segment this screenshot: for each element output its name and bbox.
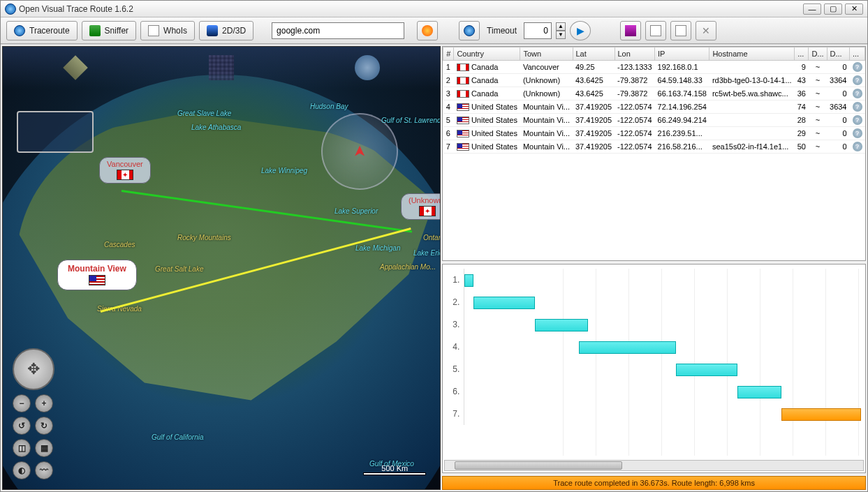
globe-icon [14,25,25,36]
col-hostname[interactable]: Hostname [709,47,795,61]
spinner-up-icon[interactable]: ▲ [556,22,566,31]
geo-label: Ontario [423,234,441,241]
chart-row: 3. [447,313,861,336]
sniffer-icon [89,25,101,36]
chart-bar [781,408,861,421]
latency-chart: 1.2.3.4.5.6.7. [442,264,866,473]
col-lat[interactable]: Lat [573,47,615,61]
play-icon: ▶ [577,25,584,36]
table-row[interactable]: 5United StatesMountain Vi...37.419205-12… [443,114,865,127]
hop-label-unknown: (Unknown) [401,193,441,220]
table-row[interactable]: 1CanadaVancouver49.25-123.1333192.168.0.… [443,61,865,74]
scale-label: 500 Km [381,464,408,472]
help-icon[interactable]: ? [853,115,862,125]
help-icon[interactable]: ? [853,128,862,138]
grid-icon[interactable] [209,55,234,80]
help-icon[interactable]: ? [853,62,862,72]
help-icon[interactable]: ? [853,89,862,98]
chart-bar [464,274,473,287]
close-button[interactable]: ✕ [845,3,863,15]
zoom-in-button[interactable]: + [35,394,53,412]
col-dots[interactable]: ... [795,47,809,61]
help-icon[interactable]: ? [853,102,862,112]
col-q[interactable]: ... [850,47,865,61]
us-flag-icon [457,143,469,151]
chart-bar [737,386,781,398]
tool-button-1[interactable] [620,21,641,40]
minimap[interactable] [17,111,94,153]
nav-pan-pad[interactable] [13,348,54,390]
zoom-out-button[interactable]: − [13,394,31,412]
col-num[interactable]: # [443,47,454,61]
nav-button-c[interactable]: ◐ [13,461,31,479]
us-flag-icon [457,103,469,111]
table-row[interactable]: 3Canada(Unknown)43.6425-79.387266.163.74… [443,87,865,100]
hop-label-mountain-view: Mountain View [57,260,137,290]
table-row[interactable]: 2Canada(Unknown)43.6425-79.387264.59.148… [443,74,865,87]
col-town[interactable]: Town [520,47,573,61]
col-lon[interactable]: Lon [615,47,655,61]
nav-button-b[interactable]: ▦ [35,439,53,457]
col-country[interactable]: Country [454,47,520,61]
chart-row-label: 2. [447,297,464,307]
col-d2[interactable]: D... [827,47,849,61]
timeout-spinner[interactable]: ▲▼ [556,22,566,39]
compass[interactable] [321,113,398,190]
globe-view-icon[interactable] [355,55,380,80]
col-d1[interactable]: D... [809,47,827,61]
view-2d3d-button[interactable]: 2D/3D [199,21,253,40]
chart-row-label: 5. [447,364,464,374]
tool-button-2[interactable] [645,21,666,40]
toolbar: Traceroute Sniffer WhoIs 2D/3D Timeout ▲… [1,17,867,44]
spinner-down-icon[interactable]: ▼ [556,31,566,39]
col-ip[interactable]: IP [655,47,709,61]
map-pane[interactable]: Hudson Bay Lake Winnipeg Lake Superior L… [2,46,441,490]
whois-button[interactable]: WhoIs [140,21,195,40]
whois-label: WhoIs [163,26,187,36]
table-row[interactable]: 4United StatesMountain Vi...37.419205-12… [443,100,865,114]
water-label: Lake Superior [334,207,378,215]
traceroute-button[interactable]: Traceroute [6,21,78,40]
nav-button-d[interactable]: 〰 [35,461,53,479]
scrollbar-thumb[interactable] [455,461,621,470]
status-text: Trace route completed in 36.673s. Route … [553,479,755,487]
chart-hscrollbar[interactable] [444,460,864,471]
timeout-input[interactable] [524,22,552,39]
nav-button-a[interactable]: ◫ [13,439,31,457]
hop-text: (Unknown) [409,196,441,204]
sniffer-label: Sniffer [105,26,128,36]
water-label: Lake Erie [413,249,441,257]
fire-button[interactable] [417,21,438,40]
chart-row-label: 7. [447,409,464,419]
rotate-ccw-button[interactable]: ↺ [13,417,31,435]
layers-icon[interactable] [64,55,89,80]
table-row[interactable]: 6United StatesMountain Vi...37.419205-12… [443,127,865,140]
play-button[interactable]: ▶ [570,21,591,40]
rotate-cw-button[interactable]: ↻ [35,417,53,435]
water-label: Great Slave Lake [177,110,231,117]
document-icon [148,25,159,36]
scale-bar: 500 Km [363,464,426,475]
help-icon[interactable]: ? [853,75,862,85]
maximize-button[interactable]: ▢ [824,3,842,15]
settings-button[interactable]: ✕ [696,21,716,40]
table-row[interactable]: 7United StatesMountain Vi...37.419205-12… [443,140,865,154]
minimize-button[interactable]: — [803,3,821,15]
help-icon[interactable]: ? [853,142,862,151]
host-input[interactable] [272,22,404,39]
chart-row: 4. [447,336,861,358]
status-bar: Trace route completed in 36.673s. Route … [442,476,866,490]
chart-bar [473,297,535,309]
geo-label: Great Salt Lake [155,265,203,273]
cube-icon [207,25,218,36]
world-button[interactable] [459,21,480,40]
canada-flag-icon [419,206,436,216]
canada-flag-icon [457,64,469,71]
view2d3d-label: 2D/3D [222,26,246,36]
chart-row-label: 3. [447,320,464,329]
geo-label: Cascades [104,241,135,248]
timeout-label: Timeout [487,26,517,36]
sniffer-button[interactable]: Sniffer [82,21,136,40]
tool-button-3[interactable] [670,21,691,40]
chart-row-label: 4. [447,342,464,352]
